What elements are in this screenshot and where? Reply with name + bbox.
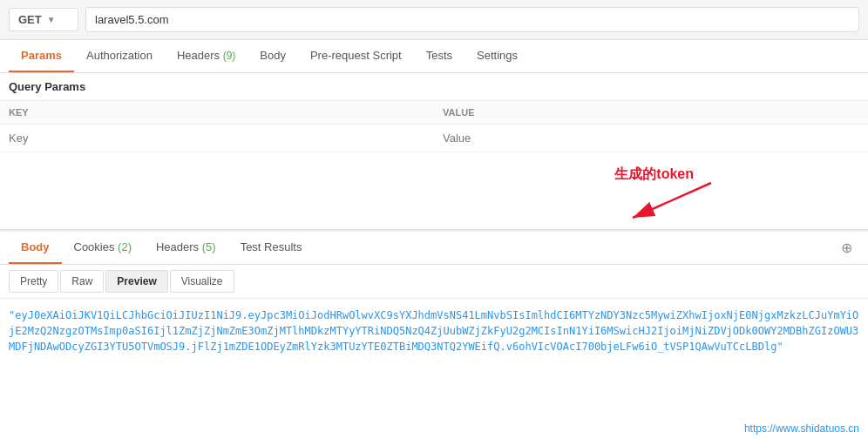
response-tab-body[interactable]: Body [9, 232, 62, 264]
url-input[interactable] [85, 7, 859, 32]
response-tabs: Body Cookies (2) Headers (5) Test Result… [0, 232, 868, 265]
method-select[interactable]: GET ▼ [9, 8, 78, 31]
value-input[interactable] [443, 132, 859, 145]
value-cell[interactable] [434, 125, 868, 152]
response-tab-testresults[interactable]: Test Results [228, 232, 315, 264]
format-tabs: Pretty Raw Preview Visualize [0, 265, 868, 299]
tab-tests[interactable]: Tests [414, 40, 465, 72]
cookies-label: Cookies [74, 240, 115, 253]
tab-prerequest[interactable]: Pre-request Script [298, 40, 414, 72]
chevron-down-icon: ▼ [47, 15, 56, 24]
format-visualize[interactable]: Visualize [170, 270, 234, 293]
upper-section: Query Params KEY VALUE 生成的token [0, 73, 868, 230]
format-pretty[interactable]: Pretty [9, 270, 58, 293]
format-raw[interactable]: Raw [60, 270, 104, 293]
svg-line-1 [633, 183, 711, 218]
query-params-label: Query Params [0, 73, 868, 101]
cookies-badge: (2) [118, 240, 132, 253]
key-cell[interactable] [0, 125, 434, 152]
tab-settings[interactable]: Settings [465, 40, 530, 72]
table-row [0, 125, 868, 152]
key-input[interactable] [9, 132, 425, 145]
request-tabs: Params Authorization Headers (9) Body Pr… [0, 40, 868, 73]
token-output: "eyJ0eXAiOiJKV1QiLCJhbGciOiJIUzI1NiJ9.ey… [0, 299, 868, 363]
resp-headers-badge: (5) [202, 240, 216, 253]
tab-body[interactable]: Body [248, 40, 298, 72]
tab-authorization[interactable]: Authorization [74, 40, 165, 72]
params-table: KEY VALUE [0, 101, 868, 152]
method-label: GET [18, 13, 42, 26]
headers-tab-label: Headers [177, 49, 220, 62]
format-preview[interactable]: Preview [105, 270, 167, 293]
response-tab-headers[interactable]: Headers (5) [144, 232, 228, 264]
response-section: Body Cookies (2) Headers (5) Test Result… [0, 230, 868, 363]
response-tab-cookies[interactable]: Cookies (2) [62, 232, 144, 264]
globe-icon[interactable]: ⊕ [834, 233, 859, 263]
url-bar: GET ▼ [0, 0, 868, 40]
annotation-area: 生成的token [0, 152, 868, 222]
tab-params[interactable]: Params [9, 40, 74, 72]
arrow-icon [615, 179, 720, 222]
response-tabs-left: Body Cookies (2) Headers (5) Test Result… [9, 232, 314, 264]
headers-badge: (9) [223, 50, 236, 62]
tab-headers[interactable]: Headers (9) [165, 40, 248, 72]
resp-headers-label: Headers [156, 240, 199, 253]
key-column-header: KEY [0, 101, 434, 125]
value-column-header: VALUE [434, 101, 868, 125]
